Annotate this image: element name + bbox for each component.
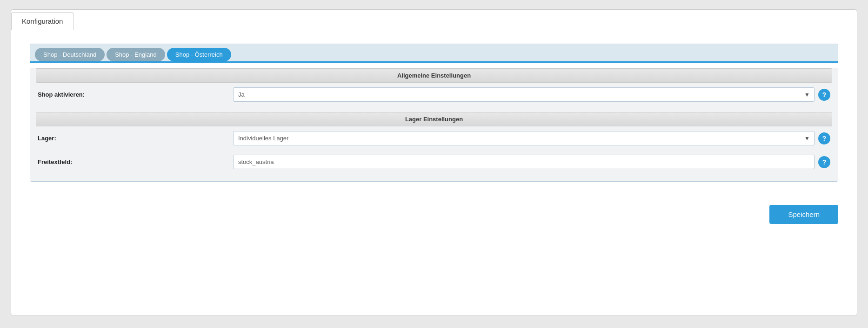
section-lager-header: Lager Einstellungen [36, 112, 832, 126]
help-button-freitextfeld[interactable]: ? [818, 156, 830, 168]
konfiguration-tab[interactable]: Konfiguration [11, 12, 73, 30]
form-row-shop-aktivieren: Shop aktivieren: Ja Nein ▼ ? [30, 83, 838, 106]
select-lager[interactable]: Individuelles Lager Standard Lager [233, 131, 815, 145]
label-lager: Lager: [38, 135, 233, 142]
select-wrapper-lager: Individuelles Lager Standard Lager ▼ [233, 131, 815, 145]
footer-bar: Speichern [11, 196, 857, 224]
form-row-freitextfeld: Freitextfeld: ? [30, 150, 838, 174]
select-wrapper-shop-aktivieren: Ja Nein ▼ [233, 87, 815, 102]
outer-tab-bar: Konfiguration [11, 9, 857, 30]
help-button-shop-aktivieren[interactable]: ? [818, 89, 830, 101]
card-body: Shop - Deutschland Shop - England Shop -… [11, 30, 857, 196]
inner-content: Allgemeine Einstellungen Shop aktivieren… [30, 68, 838, 181]
control-lager: Individuelles Lager Standard Lager ▼ ? [233, 131, 830, 145]
main-card: Konfiguration Shop - Deutschland Shop - … [11, 9, 857, 316]
form-row-lager: Lager: Individuelles Lager Standard Lage… [30, 126, 838, 150]
input-freitextfeld[interactable] [233, 155, 815, 169]
inner-panel: Shop - Deutschland Shop - England Shop -… [30, 44, 838, 182]
control-freitextfeld: ? [233, 155, 830, 169]
help-button-lager[interactable]: ? [818, 132, 830, 144]
inner-tab-bar: Shop - Deutschland Shop - England Shop -… [30, 44, 838, 63]
konfiguration-tab-label: Konfiguration [22, 17, 63, 25]
tab-oesterreich[interactable]: Shop - Österreich [167, 48, 231, 61]
section-allgemeine-header: Allgemeine Einstellungen [36, 68, 832, 83]
control-shop-aktivieren: Ja Nein ▼ ? [233, 87, 830, 102]
label-freitextfeld: Freitextfeld: [38, 158, 233, 165]
tab-deutschland[interactable]: Shop - Deutschland [35, 48, 105, 61]
label-shop-aktivieren: Shop aktivieren: [38, 91, 233, 98]
save-button[interactable]: Speichern [769, 205, 838, 224]
tab-england[interactable]: Shop - England [107, 48, 165, 61]
select-shop-aktivieren[interactable]: Ja Nein [233, 87, 815, 102]
